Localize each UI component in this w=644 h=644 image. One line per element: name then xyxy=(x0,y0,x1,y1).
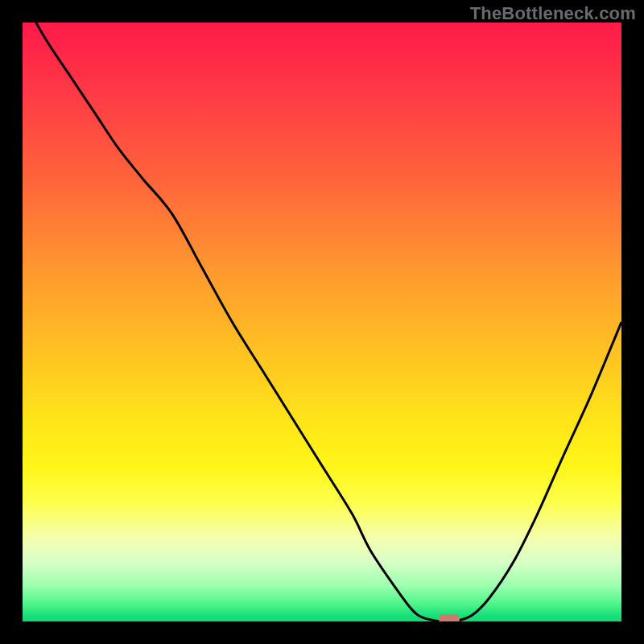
bottleneck-curve xyxy=(23,23,621,621)
plot-area xyxy=(23,23,621,621)
watermark-text: TheBottleneck.com xyxy=(470,3,636,24)
curve-layer xyxy=(23,23,621,621)
optimal-marker xyxy=(439,614,460,621)
chart-frame: TheBottleneck.com xyxy=(0,0,644,644)
